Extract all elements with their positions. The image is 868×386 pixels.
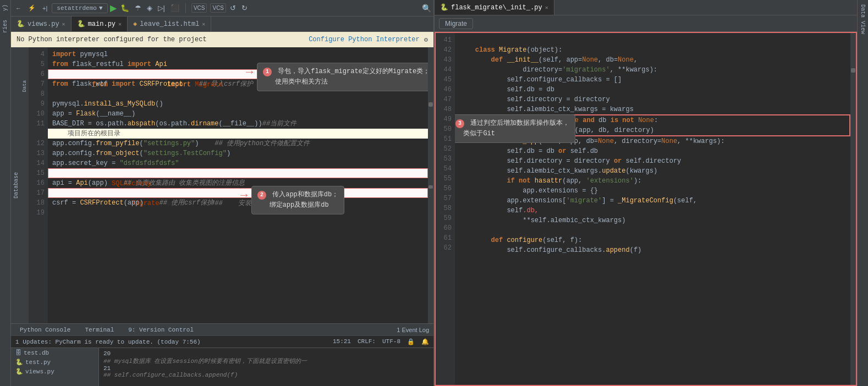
- configure-interpreter-link[interactable]: Configure Python Interpreter: [309, 36, 420, 43]
- tab-main-py-icon: 🐍: [77, 20, 85, 28]
- tab-views-py-close[interactable]: ✕: [62, 21, 65, 27]
- notification-text: 1 Updates: PyCharm is ready to update. (…: [15, 339, 201, 345]
- rline-45: self.configure_callbacks = []: [459, 75, 846, 85]
- tab-main-py[interactable]: 🐍 main.py ✕: [72, 16, 128, 31]
- right-tab-label: flask_migrate\_init_.py: [451, 4, 542, 12]
- test-db-label: test.db: [24, 350, 49, 356]
- rline-46: self.db = db: [459, 85, 846, 95]
- rline-59: **self.alembic_ctx_kwargs): [459, 216, 846, 225]
- views-py-label: views.py: [25, 368, 54, 375]
- toolbar-icon-1[interactable]: ⚡: [26, 3, 38, 13]
- migrate-btn-area: Migrate: [435, 15, 857, 32]
- event-log-btn[interactable]: 1 Event Log: [397, 327, 429, 333]
- tree-item-test-py[interactable]: 🐍 test.py: [11, 357, 98, 367]
- cursor-position: 15:21: [333, 338, 351, 345]
- callout-2-badge: 2: [257, 191, 266, 200]
- tab-html-icon: ◈: [133, 20, 137, 28]
- run-config[interactable]: setattrdemo ▼: [52, 3, 107, 13]
- callout-1-badge: 1: [263, 68, 272, 76]
- rline-58: self.db,: [459, 206, 846, 216]
- rline-44: directory='migrations', **kwargs):: [459, 65, 846, 75]
- profile-button[interactable]: ◈: [145, 3, 154, 13]
- coverage-button[interactable]: ☂: [133, 3, 143, 13]
- rline-54: self.alembic_ctx_kwargs.update(kwargs): [459, 166, 846, 176]
- db-sidebar-label: Database: [11, 47, 21, 323]
- callout-3: 3 通过判空后增加数据库操作版本， 类似于Git: [455, 114, 575, 143]
- project-tree-section: 🗄 test.db 🐍 test.py 🐍 views.py 20 ## mys…: [11, 348, 433, 386]
- right-line-numbers: 41 42 43 44 45 46 47 48 49 50 51 52 53 5…: [436, 33, 455, 385]
- run-config-arrow: ▼: [99, 5, 103, 12]
- notification-icon: 🔔: [421, 338, 429, 345]
- undo-button[interactable]: ↺: [228, 3, 238, 13]
- test-py-icon: 🐍: [15, 359, 23, 366]
- callout-2-arrow: →: [240, 191, 248, 201]
- vcs-btn-2[interactable]: VCS: [210, 3, 226, 13]
- warning-bar: No Python interpreter configured for the…: [11, 32, 433, 47]
- right-sidebar-label[interactable]: Data View: [860, 0, 866, 38]
- toolbar-icon-2[interactable]: +|: [40, 4, 50, 13]
- tab-main-py-close[interactable]: ✕: [118, 21, 122, 27]
- tab-main-py-label: main.py: [88, 20, 116, 28]
- warning-gear-icon[interactable]: ⚙: [424, 36, 428, 44]
- redo-button[interactable]: ↻: [240, 3, 249, 13]
- callout-1-text: 导包，导入flask_migrate定义好的Migrate类； 使用类中相关方法: [263, 68, 428, 86]
- migrate-button[interactable]: Migrate: [439, 18, 473, 29]
- back-btn[interactable]: ←: [13, 4, 24, 13]
- code-line-13: app.config.from_object("settings.TestCon…: [52, 148, 424, 158]
- gutter-strip: Data: [21, 47, 29, 323]
- bottom-code-preview: 20 ## mysql数据库 在设置session的时候要有密钥，下面就是设置密…: [99, 348, 433, 386]
- right-tab-close[interactable]: ✕: [545, 4, 548, 11]
- right-scrollbar[interactable]: [850, 33, 856, 385]
- code-line-12: app.config.from_pyfile("settings.py") ##…: [52, 139, 424, 148]
- tab-views-py[interactable]: 🐍 views.py ✕: [11, 16, 72, 31]
- right-tab-flask-migrate[interactable]: 🐍 flask_migrate\_init_.py ✕: [435, 0, 554, 15]
- version-control-tab[interactable]: 9: Version Control: [124, 326, 198, 334]
- tree-item-test-db[interactable]: 🗄 test.db: [11, 348, 98, 357]
- status-bar: Python Console Terminal 9: Version Contr…: [11, 323, 433, 335]
- callout-3-text: 通过判空后增加数据库操作版本， 类似于Git: [455, 119, 569, 137]
- test-py-label: test.py: [25, 359, 51, 366]
- right-panel: 🐍 flask_migrate\_init_.py ✕ Migrate 41 4…: [433, 0, 857, 386]
- code-line-14: app.secret_key = "dsfdsfdsfdsfs": [52, 158, 424, 168]
- debug-button[interactable]: 🐛: [119, 3, 131, 13]
- rline-41: [459, 35, 846, 45]
- notification-bar: 1 Updates: PyCharm is ready to update. (…: [11, 335, 433, 348]
- search-button[interactable]: 🔍: [422, 4, 431, 13]
- rline-48: self.alembic_ctx_kwargs = kwargs: [459, 104, 846, 114]
- tab-views-py-label: views.py: [28, 20, 59, 28]
- code-editor[interactable]: import pymysql from flask_restful import…: [48, 47, 428, 323]
- editor-scrollbar[interactable]: [428, 47, 433, 323]
- tab-py-icon: 🐍: [17, 20, 25, 28]
- tab-leave-list-close[interactable]: ✕: [202, 21, 205, 27]
- right-code-editor[interactable]: class Migrate(object): def __init__(self…: [455, 33, 850, 385]
- right-sidebar: Data View: [857, 0, 868, 386]
- code-line-9: pymysql.install_as_MySQLdb(): [52, 99, 424, 109]
- rline-62: self.configure_callbacks.append(f): [459, 245, 846, 255]
- rline-60: [459, 225, 846, 235]
- tree-item-views-py[interactable]: 🐍 views.py: [11, 367, 98, 376]
- run-manage-button[interactable]: ▷|: [156, 3, 167, 13]
- callout-1-arrow: →: [246, 68, 253, 78]
- stop-button[interactable]: ⬛: [169, 3, 181, 13]
- rline-53: self.directory = directory or self.direc…: [459, 156, 846, 166]
- code-line-16: api = Api(app) ## 负责收集路由 收集类视图的注册信息: [52, 178, 424, 188]
- rline-42: class Migrate(object):: [459, 45, 846, 55]
- version-control-label: 9: Version Control: [128, 327, 194, 333]
- rline-56: app.extensions = {}: [459, 186, 846, 196]
- callout-3-badge: 3: [455, 119, 464, 128]
- lock-icon: 🔒: [407, 338, 415, 345]
- run-button[interactable]: ▶: [110, 3, 117, 13]
- left-sidebar-label-2: ries: [2, 15, 8, 37]
- encoding: UTF-8: [382, 338, 400, 345]
- tab-leave-list-label: leave_list.html: [140, 20, 199, 28]
- vcs-btn-1[interactable]: VCS: [191, 3, 207, 13]
- code-line-10: app = Flask(__name__): [52, 109, 424, 119]
- warning-text: No Python interpreter configured for the…: [17, 36, 207, 43]
- python-console-label: Python Console: [20, 327, 70, 333]
- terminal-tab[interactable]: Terminal: [80, 326, 118, 334]
- code-line-15: db = SQLAlchemy(app): [48, 168, 428, 178]
- python-console-tab[interactable]: Python Console: [15, 326, 75, 334]
- rline-43: def __init__(self, app=None, db=None,: [459, 55, 846, 65]
- tab-leave-list-html[interactable]: ◈ leave_list.html ✕: [128, 16, 211, 31]
- rline-55: if not hasattr(app, 'extensions'):: [459, 176, 846, 186]
